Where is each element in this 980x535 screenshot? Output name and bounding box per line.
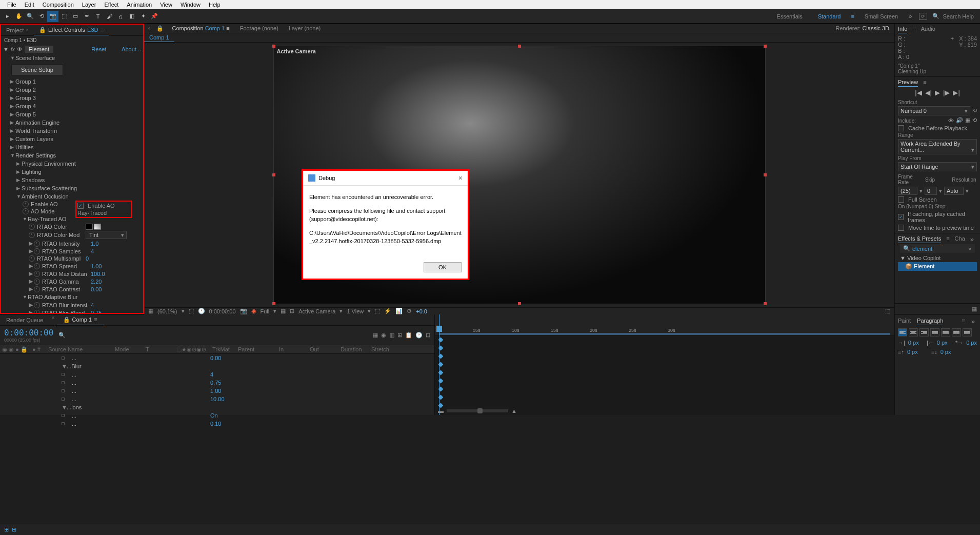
fullscreen-checkbox[interactable] (898, 196, 904, 203)
render-settings-section[interactable]: Render Settings (1, 151, 143, 160)
justify-all-button[interactable] (963, 328, 972, 336)
close-icon[interactable]: × (458, 174, 463, 182)
framerate-input[interactable]: (25) (898, 187, 917, 195)
color-mod-dropdown[interactable]: Tint (86, 231, 127, 239)
zoom-slider[interactable] (477, 408, 483, 413)
rtao-max-dist-value[interactable]: 100.0 (91, 271, 105, 277)
audio-icon[interactable]: 🔊 (956, 117, 963, 124)
disclosure-icon[interactable]: ▶ (29, 286, 34, 292)
menu-help[interactable]: Help (205, 2, 225, 8)
resolution-icon[interactable]: ⬚ (189, 308, 194, 314)
transform-handle[interactable] (764, 173, 767, 176)
disclosure-icon[interactable]: ▶ (29, 248, 34, 254)
shortcut-dropdown[interactable]: Numpad 0 (898, 106, 970, 115)
tl-icon[interactable]: 🕐 (415, 332, 423, 339)
group-4[interactable]: Group 4 (1, 102, 143, 110)
lock-icon[interactable]: 🔒 (39, 27, 46, 33)
custom-layers-section[interactable]: Custom Layers (1, 135, 143, 143)
rtao-multisample-value[interactable]: 0 (86, 255, 89, 262)
panel-menu-icon[interactable]: ≡ (946, 235, 949, 243)
sync-icon[interactable]: ⟳ (919, 13, 927, 20)
timecode-display[interactable]: 0:00:00:00 (4, 328, 53, 338)
last-frame-button[interactable]: ▶| (953, 89, 959, 96)
effect-controls-tab[interactable]: 🔒 Effect Controls E3D ≡ (34, 25, 109, 35)
stopwatch-icon[interactable] (34, 248, 40, 254)
disclosure-icon[interactable]: ▶ (29, 278, 34, 285)
tl-icon[interactable]: ▦ (373, 332, 378, 339)
scene-interface-section[interactable]: Scene Interface (1, 54, 143, 62)
zoom-in-icon[interactable]: ▲ (511, 408, 517, 414)
physical-env-section[interactable]: Physical Environment (1, 160, 143, 168)
ifcaching-checkbox[interactable] (898, 214, 904, 220)
play-button[interactable]: ▶ (935, 89, 940, 96)
lighting-section[interactable]: Lighting (1, 168, 143, 176)
prev-frame-button[interactable]: ◀| (925, 89, 932, 96)
clear-search-icon[interactable]: × (969, 246, 972, 252)
workspace-essentials[interactable]: Essentials (772, 12, 808, 21)
reset-icon[interactable]: ⟲ (972, 107, 977, 114)
timeline-ruler[interactable]: 05s 10s 15s 20s 25s 30s (435, 314, 894, 336)
keyframe-icon[interactable] (438, 395, 444, 400)
renderer-dropdown[interactable]: Classic 3D (862, 25, 889, 31)
panel-menu-icon[interactable]: ≡ (962, 318, 965, 325)
ao-mode-dropdown[interactable]: Ray-Traced (77, 210, 130, 216)
menu-file[interactable]: File (3, 2, 21, 8)
camera-tool[interactable]: 📷 (47, 11, 58, 22)
new-bin-icon[interactable]: ▦ (972, 306, 977, 312)
snapshot-icon[interactable]: 📷 (240, 308, 247, 314)
tl-icon[interactable]: ◉ (381, 332, 386, 339)
rect-tool[interactable]: ▭ (70, 11, 81, 22)
time-icon[interactable]: 🕐 (198, 308, 205, 314)
keyframe-icon[interactable] (438, 403, 444, 408)
clone-tool[interactable]: ⎌ (115, 11, 126, 22)
rtao-samples-value[interactable]: 4 (91, 248, 94, 254)
space-before-value[interactable]: 0 px (907, 349, 918, 355)
group-5[interactable]: Group 5 (1, 110, 143, 118)
orbit-tool[interactable]: ⟲ (36, 11, 47, 22)
paragraph-tab[interactable]: Paragraph (917, 318, 943, 325)
zoom-tool[interactable]: 🔍 (25, 11, 36, 22)
stopwatch-icon[interactable] (34, 241, 40, 247)
selection-tool[interactable]: ▸ (2, 11, 13, 22)
loop-icon[interactable]: ⟲ (972, 117, 977, 124)
color-swatch[interactable] (86, 224, 93, 230)
workspace-standard[interactable]: Standard (813, 12, 846, 21)
status-icon[interactable]: ⊞ (12, 526, 16, 533)
align-center-button[interactable] (909, 328, 918, 336)
composition-tab[interactable]: Composition Comp 1 ≡ (167, 24, 234, 33)
timeline-icon[interactable]: 📊 (395, 308, 403, 314)
disclosure-icon[interactable]: ▶ (29, 302, 34, 308)
footage-tab[interactable]: Footage (none) (235, 24, 284, 33)
panel-menu-icon[interactable]: ≡ (923, 79, 926, 87)
stopwatch-icon[interactable] (23, 201, 29, 207)
lock-icon[interactable]: 🔒 (63, 316, 70, 323)
status-icon[interactable]: ⊞ (4, 526, 9, 533)
stopwatch-icon[interactable] (29, 232, 35, 238)
tl-icon[interactable]: 📋 (405, 332, 412, 339)
rtao-contrast-value[interactable]: 0.00 (91, 286, 102, 292)
resolution-dropdown[interactable]: Full (261, 308, 270, 314)
transform-handle[interactable] (272, 173, 275, 176)
keyframe-icon[interactable] (438, 387, 444, 392)
disclosure-icon[interactable]: ▼ (3, 46, 9, 52)
project-tab[interactable]: Project× (1, 25, 34, 35)
effect-name[interactable]: Element (25, 46, 53, 53)
lock-icon[interactable]: × (144, 25, 153, 31)
stopwatch-icon[interactable] (34, 263, 40, 269)
stopwatch-icon[interactable] (34, 302, 40, 308)
paint-tab[interactable]: Paint (898, 318, 911, 325)
menu-view[interactable]: View (156, 2, 176, 8)
disclosure-icon[interactable]: ▶ (29, 240, 34, 247)
group-1[interactable]: Group 1 (1, 77, 143, 86)
menu-edit[interactable]: Edit (21, 2, 38, 8)
hand-tool[interactable]: ✋ (13, 11, 25, 22)
justify-last-left-button[interactable] (930, 328, 939, 336)
align-left-button[interactable] (898, 328, 907, 336)
workspace-menu-icon[interactable]: ≡ (851, 13, 854, 19)
keyframe-icon[interactable] (438, 379, 444, 384)
pen-tool[interactable]: ✒ (81, 11, 92, 22)
ao-section[interactable]: Ambient Occlusion (1, 192, 143, 201)
menu-effect[interactable]: Effect (100, 2, 123, 8)
viewer-icon[interactable]: ⬚ (885, 308, 890, 314)
panel-menu-icon[interactable]: ≡ (912, 26, 915, 33)
